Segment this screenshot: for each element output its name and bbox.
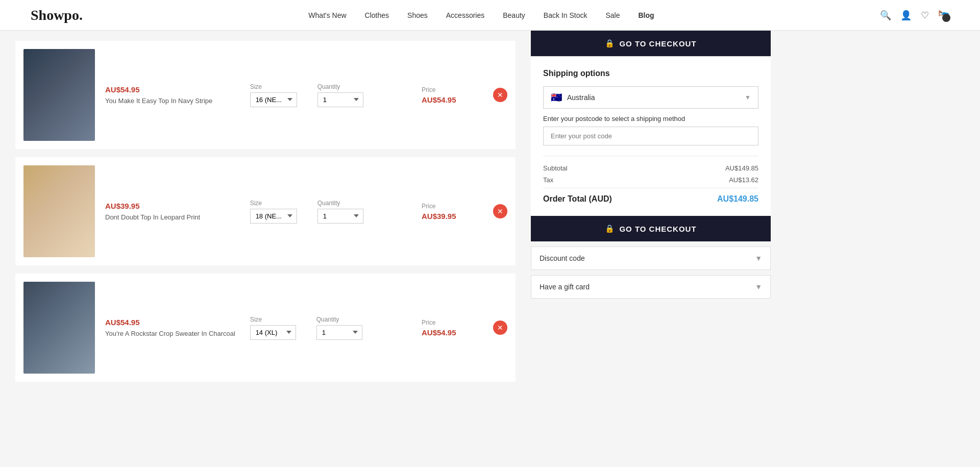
- item-1-details: AU$54.95 You Make It Easy Top In Navy St…: [105, 85, 240, 105]
- flag-icon: 🇦🇺: [551, 92, 562, 103]
- order-summary-sidebar: 🔒 GO TO CHECKOUT Shipping options 🇦🇺 Aus…: [531, 31, 771, 400]
- item-1-thumbnail: [23, 49, 95, 141]
- lock-icon-bottom: 🔒: [605, 224, 615, 233]
- nav-sale[interactable]: Sale: [605, 11, 620, 19]
- item-3-thumbnail: [23, 282, 95, 374]
- item-1-size-group: Size 16 (NE...: [250, 83, 297, 107]
- item-1-remove-button[interactable]: ✕: [493, 88, 507, 102]
- lock-icon-top: 🔒: [605, 39, 615, 48]
- search-icon[interactable]: 🔍: [880, 10, 891, 21]
- nav-accessories[interactable]: Accessories: [446, 11, 484, 19]
- item-2-size-group: Size 18 (NE...: [250, 200, 297, 224]
- country-select[interactable]: 🇦🇺 Australia ▼: [543, 86, 758, 109]
- checkout-button-top[interactable]: 🔒 GO TO CHECKOUT: [531, 31, 771, 56]
- item-3-qty-label: Quantity: [316, 316, 362, 323]
- item-3-price-label: Price: [422, 319, 435, 326]
- item-1-qty-group: Quantity 1: [317, 83, 363, 107]
- item-3-qty-select[interactable]: 1: [316, 325, 362, 340]
- header-icons: 🔍 👤 ♡ 🛌 3: [880, 6, 949, 25]
- shipping-title: Shipping options: [543, 69, 758, 78]
- item-3-price-top: AU$54.95: [105, 318, 240, 327]
- nav-back-in-stock[interactable]: Back In Stock: [544, 11, 587, 19]
- item-2-qty-select[interactable]: 1: [317, 209, 363, 224]
- item-3-size-group: Size 14 (XL): [250, 316, 296, 340]
- nav-blog[interactable]: Blog: [638, 11, 654, 19]
- postcode-input[interactable]: [543, 127, 758, 145]
- item-2-price-top: AU$39.95: [105, 202, 240, 210]
- checkout-btn-top-label: GO TO CHECKOUT: [619, 39, 696, 48]
- item-3-remove-button[interactable]: ✕: [493, 321, 507, 335]
- postcode-label: Enter your postcode to select a shipping…: [543, 115, 758, 122]
- nav-clothes[interactable]: Clothes: [365, 11, 389, 19]
- country-dropdown-arrow: ▼: [745, 94, 751, 101]
- item-2-qty-group: Quantity 1: [317, 200, 363, 224]
- wishlist-icon[interactable]: ♡: [921, 10, 929, 21]
- main-nav: What's New Clothes Shoes Accessories Bea…: [308, 11, 654, 20]
- item-2-image: [23, 165, 95, 257]
- discount-code-label: Discount code: [540, 254, 585, 262]
- item-1-qty-label: Quantity: [317, 83, 363, 90]
- subtotal-row: Subtotal AU$149.85: [543, 164, 758, 172]
- tax-row: Tax AU$13.62: [543, 176, 758, 184]
- gift-card-label: Have a gift card: [540, 283, 590, 291]
- item-3-size-label: Size: [250, 316, 296, 323]
- checkout-btn-bottom-label: GO TO CHECKOUT: [619, 225, 696, 233]
- item-1-name: You Make It Easy Top In Navy Stripe: [105, 97, 240, 105]
- item-1-price-section: Price AU$54.95: [422, 86, 483, 104]
- cart-item-2: AU$39.95 Dont Doubt Top In Leopard Print…: [15, 157, 516, 265]
- item-1-price-top: AU$54.95: [105, 85, 240, 94]
- item-2-details: AU$39.95 Dont Doubt Top In Leopard Print: [105, 202, 240, 221]
- gift-card-accordion[interactable]: Have a gift card ▼: [531, 275, 771, 299]
- cart-item-3: AU$54.95 You're A Rockstar Crop Sweater …: [15, 274, 516, 382]
- item-2-price-value: AU$39.95: [422, 212, 456, 220]
- nav-whats-new[interactable]: What's New: [308, 11, 346, 19]
- order-summary: Subtotal AU$149.85 Tax AU$13.62 Order To…: [543, 156, 758, 204]
- discount-chevron-icon: ▼: [755, 254, 762, 262]
- item-3-size-qty: Size 14 (XL) Quantity 1: [250, 316, 411, 340]
- logo[interactable]: Showpo.: [31, 7, 83, 23]
- subtotal-label: Subtotal: [543, 164, 568, 172]
- item-3-price-section: Price AU$54.95: [422, 319, 483, 337]
- item-1-price-label: Price: [422, 86, 435, 93]
- item-1-image: [23, 49, 95, 141]
- nav-shoes[interactable]: Shoes: [407, 11, 428, 19]
- item-2-price-label: Price: [422, 203, 435, 210]
- cart-items-section: AU$54.95 You Make It Easy Top In Navy St…: [0, 31, 531, 400]
- item-3-qty-group: Quantity 1: [316, 316, 362, 340]
- item-2-remove-button[interactable]: ✕: [493, 204, 507, 218]
- order-total-value: AU$149.85: [717, 194, 758, 204]
- checkout-button-bottom[interactable]: 🔒 GO TO CHECKOUT: [531, 216, 771, 241]
- item-3-size-select[interactable]: 14 (XL): [250, 325, 296, 340]
- cart-icon[interactable]: 🛌 3: [938, 6, 949, 25]
- item-1-price-value: AU$54.95: [422, 95, 456, 104]
- item-3-details: AU$54.95 You're A Rockstar Crop Sweater …: [105, 318, 240, 337]
- item-2-thumbnail: [23, 165, 95, 257]
- item-1-qty-select[interactable]: 1: [317, 92, 363, 107]
- header: Showpo. What's New Clothes Shoes Accesso…: [0, 0, 980, 31]
- item-2-size-label: Size: [250, 200, 297, 207]
- subtotal-value: AU$149.85: [725, 164, 758, 172]
- gift-card-chevron-icon: ▼: [755, 283, 762, 291]
- item-2-qty-label: Quantity: [317, 200, 363, 207]
- cart-count: 3: [942, 14, 950, 22]
- tax-label: Tax: [543, 176, 553, 184]
- main-content: AU$54.95 You Make It Easy Top In Navy St…: [0, 31, 980, 400]
- account-icon[interactable]: 👤: [900, 10, 912, 21]
- item-1-size-label: Size: [250, 83, 297, 90]
- discount-code-accordion[interactable]: Discount code ▼: [531, 247, 771, 270]
- item-1-size-select[interactable]: 16 (NE...: [250, 92, 297, 107]
- country-name: Australia: [567, 93, 740, 102]
- order-total-row: Order Total (AUD) AU$149.85: [543, 188, 758, 204]
- order-total-label: Order Total (AUD): [543, 194, 612, 204]
- shipping-section: Shipping options 🇦🇺 Australia ▼ Enter yo…: [531, 56, 771, 216]
- item-3-price-value: AU$54.95: [422, 328, 456, 337]
- cart-item-1: AU$54.95 You Make It Easy Top In Navy St…: [15, 41, 516, 149]
- item-2-size-qty: Size 18 (NE... Quantity 1: [250, 200, 411, 224]
- nav-beauty[interactable]: Beauty: [503, 11, 525, 19]
- item-3-name: You're A Rockstar Crop Sweater In Charco…: [105, 330, 240, 337]
- tax-value: AU$13.62: [729, 176, 758, 184]
- item-1-size-qty: Size 16 (NE... Quantity 1: [250, 83, 411, 107]
- item-3-image: [23, 282, 95, 374]
- item-2-size-select[interactable]: 18 (NE...: [250, 209, 297, 224]
- item-2-name: Dont Doubt Top In Leopard Print: [105, 213, 240, 221]
